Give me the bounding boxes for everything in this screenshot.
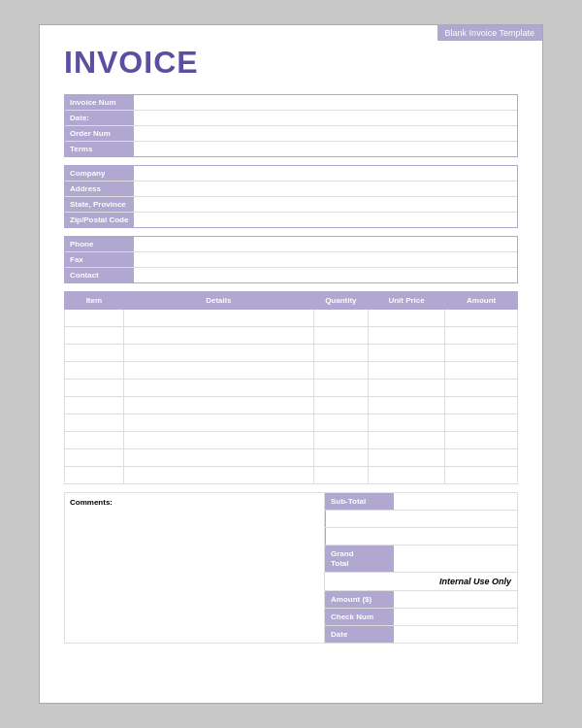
internal-use-label: Internal Use Only [325,573,517,591]
cell-amount[interactable] [445,310,518,327]
cell-qty[interactable] [313,467,368,484]
cell-details[interactable] [123,380,313,397]
cell-qty[interactable] [313,310,368,327]
cell-item[interactable] [65,414,124,432]
cell-price[interactable] [368,467,444,484]
phone-label: Phone [65,237,133,251]
cell-item[interactable] [65,310,124,327]
cell-details[interactable] [123,362,313,380]
cell-amount[interactable] [445,449,518,467]
fax-value[interactable] [133,252,517,267]
cell-qty[interactable] [313,432,368,449]
cell-details[interactable] [123,449,313,467]
cell-price[interactable] [368,449,444,467]
cell-details[interactable] [123,310,313,327]
cell-price[interactable] [368,327,444,345]
cell-amount[interactable] [445,362,518,380]
check-num-row: Check Num [325,609,517,626]
phone-row: Phone [65,237,517,252]
amount-row: Amount ($) [325,591,517,609]
amount-value[interactable] [393,591,517,608]
address-value[interactable] [133,182,517,196]
cell-qty[interactable] [313,449,368,467]
order-num-value[interactable] [133,126,517,141]
cell-details[interactable] [123,432,313,449]
subtotal-row: Sub-Total [325,493,517,511]
order-num-row: Order Num [65,126,517,142]
cell-details[interactable] [123,397,313,414]
table-row [65,345,518,362]
cell-item[interactable] [65,327,124,345]
total-empty-value-2[interactable] [325,528,517,545]
invoice-num-label: Invoice Num [65,95,133,110]
grand-total-label: GrandTotal [325,546,393,572]
cell-amount[interactable] [445,397,518,414]
invoice-info-block: Invoice Num Date: Order Num Terms [64,94,518,157]
address-row: Address [65,182,517,197]
cell-item[interactable] [65,449,124,467]
cell-price[interactable] [368,432,444,449]
total-empty-value-1[interactable] [325,511,517,527]
cell-qty[interactable] [313,397,368,414]
subtotal-label: Sub-Total [325,493,393,510]
cell-amount[interactable] [445,432,518,449]
cell-qty[interactable] [313,345,368,362]
cell-amount[interactable] [445,414,518,432]
cell-details[interactable] [123,327,313,345]
grand-total-value[interactable] [393,546,517,572]
cell-qty[interactable] [313,362,368,380]
items-table: Item Details Quantity Unit Price Amount [64,291,518,484]
cell-qty[interactable] [313,414,368,432]
state-label: State, Province [65,197,133,212]
col-header-details: Details [123,292,313,310]
table-row [65,310,518,327]
cell-amount[interactable] [445,345,518,362]
comments-label: Comments: [70,498,113,507]
cell-amount[interactable] [445,467,518,484]
cell-qty[interactable] [313,380,368,397]
phone-value[interactable] [133,237,517,251]
cell-price[interactable] [368,414,444,432]
cell-amount[interactable] [445,327,518,345]
zip-value[interactable] [133,213,517,227]
cell-qty[interactable] [313,327,368,345]
cell-item[interactable] [65,432,124,449]
cell-item[interactable] [65,345,124,362]
contact-value[interactable] [133,268,517,282]
cell-details[interactable] [123,467,313,484]
cell-price[interactable] [368,345,444,362]
company-value[interactable] [133,166,517,181]
comments-block: Comments: [64,492,324,644]
cell-price[interactable] [368,397,444,414]
cell-item[interactable] [65,362,124,380]
cell-price[interactable] [368,362,444,380]
payment-date-value[interactable] [393,626,517,643]
date-value[interactable] [133,111,517,125]
invoice-page: Blank Invoice Template INVOICE Invoice N… [39,24,543,704]
bottom-section: Comments: Sub-Total GrandTotal Internal … [64,492,518,644]
zip-row: Zip/Postal Code [65,213,517,227]
subtotal-value[interactable] [393,493,517,510]
cell-item[interactable] [65,380,124,397]
col-header-unit-price: Unit Price [368,292,444,310]
col-header-amount: Amount [445,292,518,310]
payment-date-row: Date [325,626,517,643]
cell-item[interactable] [65,397,124,414]
table-row [65,414,518,432]
table-row [65,432,518,449]
cell-details[interactable] [123,345,313,362]
date-label: Date: [65,111,133,125]
contact-row: Contact [65,268,517,282]
cell-price[interactable] [368,380,444,397]
cell-item[interactable] [65,467,124,484]
invoice-num-value[interactable] [133,95,517,110]
table-row [65,467,518,484]
totals-block: Sub-Total GrandTotal Internal Use Only A… [324,492,518,644]
total-empty-row-2 [325,528,517,546]
cell-price[interactable] [368,310,444,327]
terms-value[interactable] [133,142,517,156]
cell-details[interactable] [123,414,313,432]
state-value[interactable] [133,197,517,212]
cell-amount[interactable] [445,380,518,397]
check-num-value[interactable] [393,609,517,625]
